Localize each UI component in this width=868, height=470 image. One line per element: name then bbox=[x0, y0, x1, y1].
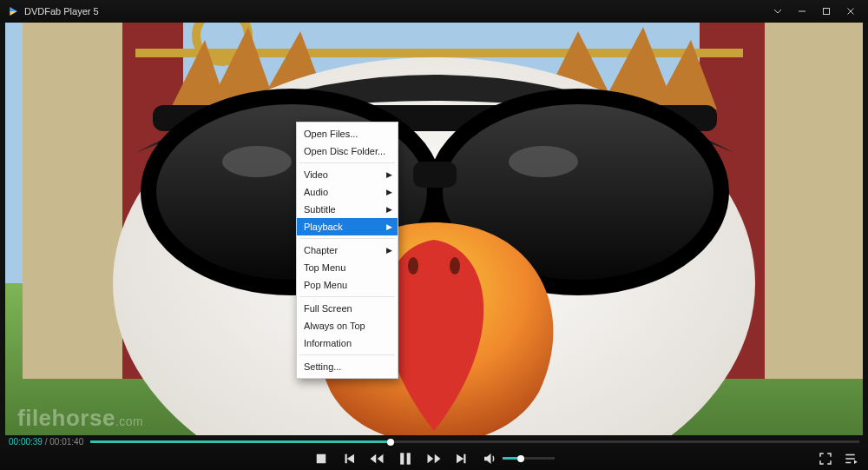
context-menu-item[interactable]: Subtitle▶ bbox=[297, 201, 398, 218]
context-menu-item-label: Open Disc Folder... bbox=[304, 146, 385, 156]
context-menu-item[interactable]: Open Disc Folder... bbox=[297, 142, 398, 160]
app-title: DVDFab Player 5 bbox=[24, 6, 99, 17]
volume-icon[interactable] bbox=[482, 451, 497, 467]
context-menu-item-label: Playback bbox=[304, 222, 343, 232]
context-menu-item[interactable]: Information bbox=[297, 334, 398, 352]
context-menu-item-label: Audio bbox=[304, 187, 328, 197]
minimize-button[interactable] bbox=[792, 3, 812, 20]
chevron-right-icon: ▶ bbox=[386, 205, 392, 214]
fullscreen-button[interactable] bbox=[818, 451, 833, 467]
context-menu-item-label: Information bbox=[304, 338, 352, 348]
context-menu-item[interactable]: Setting... bbox=[297, 358, 398, 375]
context-menu-item-label: Chapter bbox=[304, 245, 338, 255]
svg-point-18 bbox=[222, 146, 292, 177]
context-menu-item[interactable]: Open Files... bbox=[297, 125, 398, 142]
svg-rect-26 bbox=[845, 458, 855, 460]
svg-rect-4 bbox=[824, 9, 830, 15]
seek-thumb[interactable] bbox=[387, 439, 394, 446]
seek-bar[interactable] bbox=[90, 440, 859, 443]
time-display: 00:00:39 / 00:01:40 bbox=[9, 437, 83, 447]
context-menu-item[interactable]: Chapter▶ bbox=[297, 242, 398, 259]
titlebar[interactable]: DVDFab Player 5 bbox=[0, 0, 868, 23]
chevron-right-icon: ▶ bbox=[386, 188, 392, 196]
video-canvas[interactable]: filehorse.com Open Files...Open Disc Fol… bbox=[5, 23, 863, 435]
playlist-button[interactable] bbox=[844, 451, 859, 467]
window-buttons bbox=[767, 3, 861, 20]
stop-button[interactable] bbox=[313, 451, 329, 467]
svg-rect-24 bbox=[407, 453, 411, 464]
chevron-right-icon: ▶ bbox=[386, 246, 392, 255]
watermark: filehorse.com bbox=[17, 405, 143, 432]
play-pause-button[interactable] bbox=[397, 450, 414, 467]
svg-point-20 bbox=[408, 257, 418, 275]
chevron-right-icon: ▶ bbox=[386, 222, 392, 231]
forward-button[interactable] bbox=[426, 451, 442, 467]
context-menu[interactable]: Open Files...Open Disc Folder...Video▶Au… bbox=[296, 122, 398, 379]
context-menu-item-label: Always on Top bbox=[304, 321, 365, 331]
context-menu-item-label: Setting... bbox=[304, 361, 341, 372]
next-button[interactable] bbox=[454, 451, 470, 467]
svg-marker-2 bbox=[10, 11, 17, 16]
svg-rect-3 bbox=[799, 11, 806, 12]
app-window: DVDFab Player 5 bbox=[0, 0, 868, 470]
svg-rect-22 bbox=[317, 453, 326, 463]
playback-controls: 00:00:39 / 00:01:40 bbox=[0, 435, 868, 470]
app-logo-icon bbox=[7, 5, 19, 17]
context-menu-item[interactable]: Video▶ bbox=[297, 166, 398, 183]
close-button[interactable] bbox=[840, 3, 861, 20]
context-menu-separator bbox=[299, 238, 395, 239]
context-menu-item-label: Video bbox=[304, 169, 328, 180]
svg-rect-23 bbox=[400, 453, 404, 464]
watermark-brand: filehorse bbox=[17, 405, 115, 431]
svg-rect-17 bbox=[413, 162, 457, 188]
svg-rect-25 bbox=[845, 453, 855, 455]
context-menu-separator bbox=[299, 354, 395, 355]
context-menu-item-label: Top Menu bbox=[304, 262, 345, 273]
context-menu-item-label: Open Files... bbox=[304, 129, 358, 139]
video-frame-illustration bbox=[5, 23, 863, 435]
maximize-button[interactable] bbox=[816, 3, 837, 20]
context-menu-item-label: Full Screen bbox=[304, 303, 352, 314]
volume-thumb[interactable] bbox=[517, 455, 524, 462]
context-menu-separator bbox=[299, 162, 395, 163]
settings-dropdown-button[interactable] bbox=[767, 3, 788, 20]
volume-control bbox=[482, 451, 555, 467]
svg-marker-1 bbox=[10, 7, 17, 11]
svg-rect-7 bbox=[23, 23, 127, 379]
context-menu-item[interactable]: Full Screen bbox=[297, 300, 398, 317]
chevron-right-icon: ▶ bbox=[386, 170, 392, 179]
context-menu-item[interactable]: Playback▶ bbox=[297, 218, 398, 235]
svg-point-19 bbox=[509, 146, 578, 177]
duration: 00:01:40 bbox=[49, 437, 83, 447]
svg-point-21 bbox=[450, 257, 460, 275]
context-menu-item[interactable]: Top Menu bbox=[297, 259, 398, 276]
context-menu-item[interactable]: Pop Menu bbox=[297, 276, 398, 294]
context-menu-separator bbox=[299, 296, 395, 297]
context-menu-item-label: Subtitle bbox=[304, 204, 336, 215]
previous-button[interactable] bbox=[341, 451, 357, 467]
context-menu-item[interactable]: Audio▶ bbox=[297, 183, 398, 201]
svg-rect-9 bbox=[760, 23, 863, 379]
rewind-button[interactable] bbox=[369, 451, 385, 467]
current-time: 00:00:39 bbox=[9, 437, 43, 447]
context-menu-item-label: Pop Menu bbox=[304, 280, 347, 290]
volume-slider[interactable] bbox=[503, 457, 555, 460]
watermark-suffix: .com bbox=[115, 414, 143, 428]
svg-rect-27 bbox=[845, 461, 851, 463]
context-menu-item[interactable]: Always on Top bbox=[297, 317, 398, 334]
